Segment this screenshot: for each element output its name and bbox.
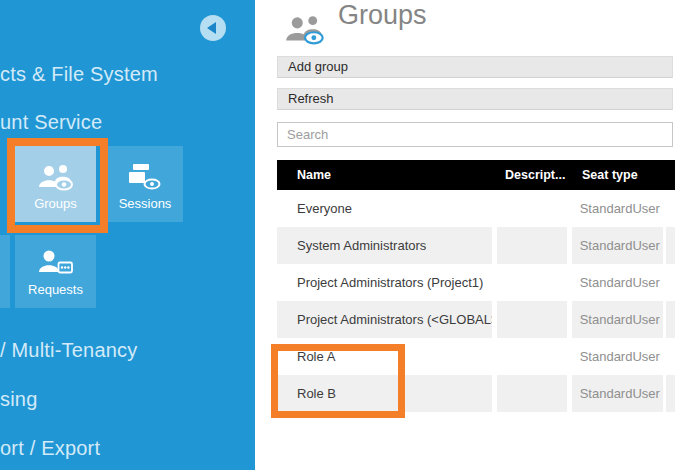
cell-seat-type: StandardUser [572, 301, 663, 338]
sidebar-tile-groups-label: Groups [15, 196, 96, 211]
page-title: Groups [338, 0, 427, 31]
cell-name: Role A [277, 338, 492, 375]
sidebar-tile-requests-label: Requests [15, 282, 96, 297]
table-row[interactable]: Role AStandardUser [277, 338, 675, 375]
table-row[interactable]: Role BStandardUser [277, 375, 675, 412]
table-header[interactable]: Name Descript... Seat type [277, 160, 675, 190]
sessions-icon [107, 163, 183, 195]
chevron-left-icon [207, 22, 216, 34]
sidebar-tile-sessions[interactable]: Sessions [107, 146, 183, 222]
sidebar-item-file-system[interactable]: cts & File System [0, 63, 158, 86]
sidebar-tile-groups[interactable]: Groups [15, 146, 96, 222]
cell-name: Role B [277, 375, 492, 412]
cell-overflow [666, 227, 675, 264]
tile-clipped-edge [0, 235, 10, 308]
cell-seat-type: StandardUser [572, 227, 663, 264]
cell-description [497, 190, 567, 227]
cell-description [497, 375, 567, 412]
cell-description [497, 338, 567, 375]
cell-name: System Administrators [277, 227, 492, 264]
search-input[interactable] [277, 122, 673, 147]
cell-seat-type: StandardUser [572, 190, 663, 227]
collapse-sidebar-button[interactable] [200, 15, 226, 41]
cell-overflow [666, 375, 675, 412]
cell-overflow [666, 264, 675, 301]
groups-icon [15, 163, 96, 195]
sidebar-tile-sessions-label: Sessions [107, 196, 183, 211]
groups-table: Name Descript... Seat type EveryoneStand… [277, 160, 675, 412]
sidebar-item-licensing[interactable]: sing [0, 388, 38, 411]
column-header-seat-type[interactable]: Seat type [582, 160, 638, 190]
cell-description [497, 227, 567, 264]
column-header-name[interactable]: Name [297, 160, 331, 190]
cell-name: Project Administrators (<GLOBAL>) [277, 301, 492, 338]
sidebar-item-multi-tenancy[interactable]: / Multi-Tenancy [0, 339, 138, 362]
cell-description [497, 264, 567, 301]
refresh-button[interactable]: Refresh [277, 88, 673, 110]
sidebar: cts & File System unt Service Groups [0, 0, 255, 470]
app-window: cts & File System unt Service Groups [0, 0, 675, 470]
sidebar-item-account-service[interactable]: unt Service [0, 111, 102, 134]
add-group-button[interactable]: Add group [277, 56, 673, 78]
cell-name: Everyone [277, 190, 492, 227]
cell-seat-type: StandardUser [572, 338, 663, 375]
column-header-description[interactable]: Descript... [505, 160, 565, 190]
groups-page-icon [284, 14, 326, 49]
main-panel: Groups Add group Refresh Name Descript..… [255, 0, 675, 470]
sidebar-tile-requests[interactable]: Requests [15, 235, 96, 308]
cell-overflow [666, 338, 675, 375]
table-row[interactable]: EveryoneStandardUser [277, 190, 675, 227]
sidebar-item-import-export[interactable]: ort / Export [0, 437, 100, 460]
requests-icon [15, 249, 96, 279]
table-row[interactable]: System AdministratorsStandardUser [277, 227, 675, 264]
cell-description [497, 301, 567, 338]
cell-overflow [666, 190, 675, 227]
table-row[interactable]: Project Administrators (<GLOBAL>)Standar… [277, 301, 675, 338]
cell-seat-type: StandardUser [572, 375, 663, 412]
cell-overflow [666, 301, 675, 338]
cell-name: Project Administrators (Project1) [277, 264, 492, 301]
cell-seat-type: StandardUser [572, 264, 663, 301]
table-row[interactable]: Project Administrators (Project1)Standar… [277, 264, 675, 301]
table-body: EveryoneStandardUserSystem Administrator… [277, 190, 675, 412]
